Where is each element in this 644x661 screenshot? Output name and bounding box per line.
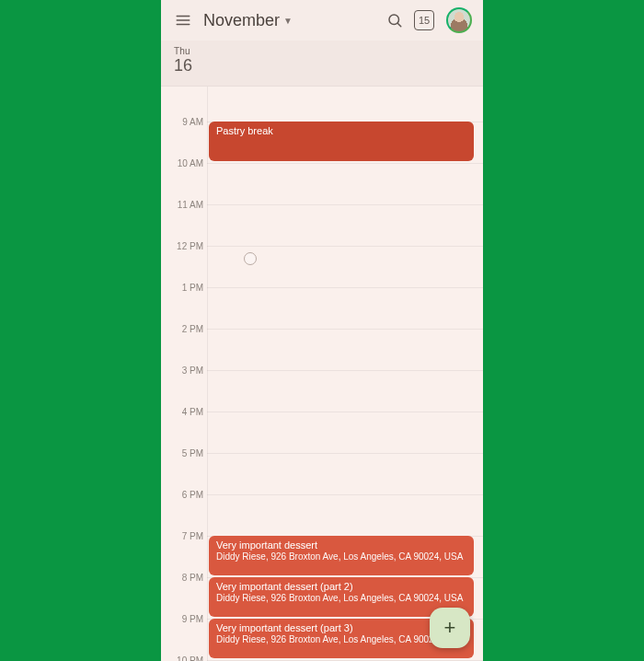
hour-line xyxy=(207,370,483,371)
calendar-event[interactable]: Pastry break xyxy=(209,122,474,161)
hour-line xyxy=(207,163,483,164)
chevron-down-icon: ▼ xyxy=(283,16,293,26)
svg-point-3 xyxy=(389,15,399,25)
day-header: Thu 16 xyxy=(161,41,483,87)
hour-label: 1 PM xyxy=(182,283,203,293)
calendar-event[interactable]: Very important dessertDiddy Riese, 926 B… xyxy=(209,536,474,575)
hour-gutter: 9 AM10 AM11 AM12 PM1 PM2 PM3 PM4 PM5 PM6… xyxy=(161,87,207,661)
create-event-fab[interactable]: + xyxy=(430,608,470,648)
touch-ripple xyxy=(244,252,257,265)
event-location: Diddy Riese, 926 Broxton Ave, Los Angele… xyxy=(216,551,466,562)
top-bar: November ▼ 15 xyxy=(161,0,483,41)
hour-line xyxy=(207,329,483,330)
hour-line xyxy=(207,453,483,454)
hour-label: 9 AM xyxy=(182,117,203,127)
event-title: Very important dessert (part 2) xyxy=(216,581,466,593)
hour-line xyxy=(207,287,483,288)
avatar[interactable] xyxy=(446,7,472,33)
today-button[interactable]: 15 xyxy=(409,6,439,35)
menu-icon[interactable] xyxy=(168,6,198,35)
plus-icon: + xyxy=(444,616,456,640)
event-title: Very important dessert xyxy=(216,539,466,551)
calendar-grid-scroll[interactable]: 9 AM10 AM11 AM12 PM1 PM2 PM3 PM4 PM5 PM6… xyxy=(161,87,483,661)
search-icon[interactable] xyxy=(380,6,409,35)
hour-label: 10 PM xyxy=(177,655,203,662)
hour-line xyxy=(207,246,483,247)
hour-label: 7 PM xyxy=(182,531,203,541)
day-number: 16 xyxy=(174,56,474,75)
hour-label: 10 AM xyxy=(178,158,203,168)
hour-label: 3 PM xyxy=(182,365,203,376)
hour-label: 4 PM xyxy=(182,407,203,417)
hour-label: 5 PM xyxy=(182,448,203,458)
hour-label: 2 PM xyxy=(182,324,203,334)
hour-line xyxy=(207,204,483,205)
month-selector[interactable]: November ▼ xyxy=(198,11,298,30)
hour-label: 11 AM xyxy=(178,200,203,210)
event-location: Diddy Riese, 926 Broxton Ave, Los Angele… xyxy=(216,593,466,604)
hour-label: 12 PM xyxy=(177,241,203,251)
hour-line xyxy=(207,412,483,412)
hour-label: 9 PM xyxy=(182,614,203,624)
calendar-today-icon: 15 xyxy=(414,10,434,30)
event-title: Pastry break xyxy=(216,125,466,137)
hour-label: 8 PM xyxy=(182,573,203,583)
hour-line xyxy=(207,494,483,495)
calendar-app: November ▼ 15 Thu 16 9 AM10 AM11 AM12 xyxy=(161,0,483,661)
hour-label: 6 PM xyxy=(182,490,203,500)
day-of-week-label: Thu xyxy=(174,46,474,56)
svg-line-4 xyxy=(397,23,400,26)
month-label: November xyxy=(203,11,280,30)
